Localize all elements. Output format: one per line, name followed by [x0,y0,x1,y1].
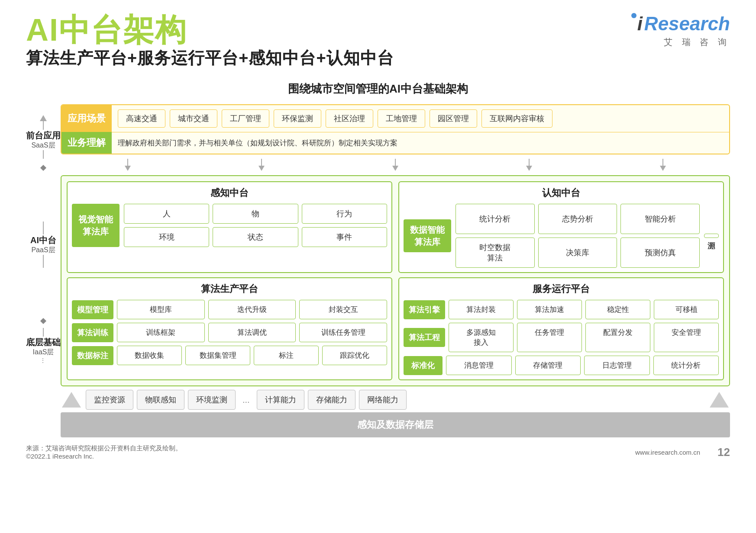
algo-cell-0-2: 封装交互 [299,300,387,319]
axis-line [43,121,44,130]
algo-label-0: 模型管理 [72,300,113,319]
app-tag-5: 工地管理 [378,109,425,128]
service-row-2: 标准化 消息管理 存储管理 日志管理 统计分析 [404,356,719,375]
app-tag-3: 环保监测 [274,109,321,128]
down-arrow-2 [258,159,265,171]
service-cells-2: 消息管理 存储管理 日志管理 统计分析 [446,356,719,375]
sensing-cell-1: 物 [213,204,298,224]
service-rows: 算法引擎 算法封装 算法加速 稳定性 可移植 算法工程 [404,300,719,375]
algo-rows: 模型管理 模型库 迭代升级 封装交互 算法训练 [72,300,387,365]
paas-label1: AI中台 [30,234,56,246]
saas-layer: 应用场景 高速交通 城市交通 工厂管理 环保监测 社区治理 工地管理 园区管理 … [61,104,730,154]
cognition-cell-3: 时空数据 算法 [456,238,535,268]
cognition-cell-0: 统计分析 [456,204,535,234]
down-arrow-3 [392,159,398,171]
iaas-layer: 监控资源 物联感知 环境监测 ... 计算能力 存储能力 网络能力 感知及数据存… [61,390,730,437]
iaas-label1: 底层基础 [26,337,61,348]
down-arrow-5 [660,159,666,171]
sensing-cell-4: 状态 [213,227,298,247]
iaas-cell-6: 网络能力 [359,390,407,410]
iaas-arrow-right [708,392,730,408]
sensing-block: 感知中台 视觉智能算法库 人 物 行为 环境 状态 事件 [67,181,392,273]
iaas-cell-0: 监控资源 [86,390,133,410]
paas-label2: PaaS层 [31,246,55,255]
algo-service-row: 算法生产平台 模型管理 模型库 迭代升级 封装交互 [67,277,724,380]
logo-brand: iResearch [637,13,730,35]
cognition-cell-2: 智能分析 [620,204,700,234]
service-block: 服务运行平台 算法引擎 算法封装 算法加速 稳定性 可移植 [398,277,724,380]
algo-row-0: 模型管理 模型库 迭代升级 封装交互 [72,300,387,319]
service-label-1: 算法工程 [404,328,445,347]
iaas-label2: IaaS层 [33,348,54,357]
service-cell-1-2: 配置分发 [585,323,650,352]
diagram-main: 应用场景 高速交通 城市交通 工厂管理 环保监测 社区治理 工地管理 园区管理 … [61,104,730,437]
sensing-grid: 人 物 行为 环境 状态 事件 [124,204,387,247]
cognition-title: 认知中台 [404,186,719,199]
app-tag-7: 互联网内容审核 [481,109,552,128]
app-tag-1: 城市交通 [170,109,217,128]
service-cells-1: 多源感知 接入 任务管理 配置分发 安全管理 [449,323,719,352]
header: AI中台架构 算法生产平台+服务运行平台+感知中台+认知中台 iResearch… [26,13,730,77]
subtitle: 算法生产平台+服务运行平台+感知中台+认知中台 [26,47,394,69]
diamond-icon [40,165,46,171]
iaas-row1: 监控资源 物联感知 环境监测 ... 计算能力 存储能力 网络能力 [61,390,730,410]
sensing-cell-2: 行为 [302,204,387,224]
algo-label-2: 数据标注 [72,346,113,365]
diagram-container: 前台应用 SaaS层 AI中台 PaaS层 底层基础 IaaS层 ⋮ [26,104,730,437]
website-text: www.iresearch.com.cn [635,449,700,456]
iaas-cell-1: 物联感知 [137,390,184,410]
service-cell-1-3: 安全管理 [654,323,719,352]
diagram-title: 围绕城市空间管理的AI中台基础架构 [26,81,730,96]
logo-i: i [637,13,643,35]
title-area: AI中台架构 算法生产平台+服务运行平台+感知中台+认知中台 [26,13,394,77]
saas-label1: 前台应用 [26,130,61,141]
cognition-algo-label: 数据智能算法库 [404,219,451,252]
algo-cells-0: 模型库 迭代升级 封装交互 [117,300,387,319]
app-tag-0: 高速交通 [118,109,165,128]
saas-business-row: 业务理解 理解政府相关部门需求，并与相关单位（如规划设计院、科研院所）制定相关实… [61,132,729,154]
algo-cells-2: 数据收集 数据集管理 标注 跟踪优化 [117,346,387,365]
cognition-inner: 数据智能算法库 统计分析 态势分析 智能分析 时空数据 算法 决策库 预测仿真 … [404,204,719,268]
cognition-cell-4: 决策库 [538,238,617,268]
main-title: AI中台架构 [26,13,394,47]
service-cell-2-2: 日志管理 [584,356,650,375]
algo-cell-2-0: 数据收集 [117,346,182,365]
algo-cell-1-1: 算法调优 [208,323,296,342]
iaas-cell-4: 计算能力 [257,390,304,410]
sensing-title: 感知中台 [72,186,387,199]
cognition-grid: 统计分析 态势分析 智能分析 时空数据 算法 决策库 预测仿真 [456,204,700,268]
left-axis: 前台应用 SaaS层 AI中台 PaaS层 底层基础 IaaS层 ⋮ [26,104,61,437]
sensing-algo-label: 视觉智能算法库 [72,204,120,247]
footer-left: 来源：艾瑞咨询研究院根据公开资料自主研究及绘制。 ©2022.1 iResear… [26,444,182,460]
algo-title: 算法生产平台 [72,283,387,295]
logo-area: iResearch 艾 瑞 咨 询 [631,13,730,48]
down-arrow-4 [526,159,532,171]
service-cell-2-0: 消息管理 [446,356,512,375]
big-arrow-up-icon [62,392,81,408]
iaas-cells: 监控资源 物联感知 环境监测 ... 计算能力 存储能力 网络能力 [86,390,705,410]
copyright-text: ©2022.1 iResearch Inc. [26,453,182,460]
cognition-block: 认知中台 数据智能算法库 统计分析 态势分析 智能分析 时空数据 算法 决策库 … [398,181,724,273]
iaas-cell-2: 环境监测 [188,390,236,410]
algo-cell-2-3: 跟踪优化 [322,346,387,365]
footer: 来源：艾瑞咨询研究院根据公开资料自主研究及绘制。 ©2022.1 iResear… [26,444,730,460]
algo-block: 算法生产平台 模型管理 模型库 迭代升级 封装交互 [67,277,392,380]
sensing-inner: 视觉智能算法库 人 物 行为 环境 状态 事件 [72,204,387,247]
iaas-cell-5: 存储能力 [308,390,355,410]
algo-cell-2-2: 标注 [254,346,319,365]
iaas-storage-label: 感知及数据存储层 [61,412,730,437]
page: AI中台架构 算法生产平台+服务运行平台+感知中台+认知中台 iResearch… [0,0,756,533]
algo-cell-0-0: 模型库 [117,300,205,319]
arrows-row [61,158,730,172]
service-cell-0-0: 算法封装 [449,300,514,319]
big-arrow-up-right-icon [710,392,729,408]
apps-label: 应用场景 [61,105,112,132]
service-row-0: 算法引擎 算法封装 算法加速 稳定性 可移植 [404,300,719,319]
logo-research: Research [644,13,730,35]
algo-row-2: 数据标注 数据收集 数据集管理 标注 跟踪优化 [72,346,387,365]
page-number: 12 [717,446,730,459]
service-cell-2-3: 统计分析 [653,356,719,375]
iaas-arrow-left [61,392,82,408]
app-tag-6: 园区管理 [430,109,477,128]
apps-container: 高速交通 城市交通 工厂管理 环保监测 社区治理 工地管理 园区管理 互联网内容… [112,105,729,132]
